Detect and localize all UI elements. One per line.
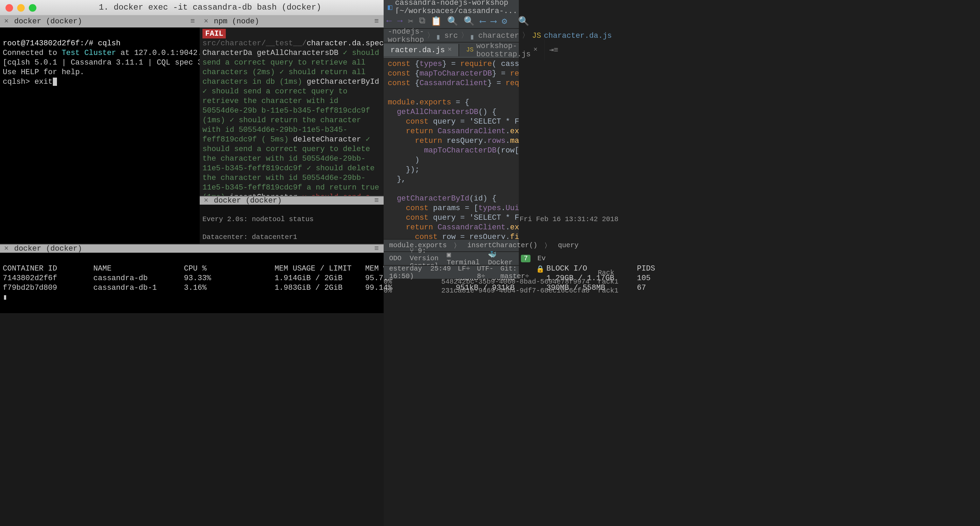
badge-count[interactable]: 7 [521,255,530,262]
tab-menu-icon[interactable]: ⇥≡ [545,45,562,54]
ide-statusbar: esterday 16:50) 25:49 LF÷ UTF-8÷ Git: ma… [383,265,519,279]
search-everywhere-icon[interactable]: 🔍 [518,16,529,26]
terminal-tool[interactable]: ▣ Terminal [447,251,480,266]
ide-toolbar[interactable]: ← → ✂ ⧉ 📋 🔍 🔍 ⟵ ⟶ ⚙ 🔍 [383,14,519,29]
back-icon[interactable]: ← [387,16,392,26]
copy-icon[interactable]: ⧉ [419,16,425,26]
pane-tab-label: npm (node) [214,17,259,26]
tab-character-da[interactable]: racter.da.js× [383,44,459,56]
menu-icon[interactable]: ≡ [374,196,380,205]
cqlsh-terminal[interactable]: root@7143802d2f6f:/# cqlsh Connected to … [0,27,200,251]
window-title: 1. docker exec -it cassandra-db bash (do… [42,3,378,12]
ide-titlebar: ◧ cassandra-nodejs-workshop [~/workspace… [383,0,519,14]
settings-icon[interactable]: ⚙ [502,16,507,26]
replace-icon[interactable]: 🔍 [464,16,474,26]
pane-tab-docker-left[interactable]: × docker (docker) ≡ [0,15,200,27]
docker-stats[interactable]: CONTAINER ID NAME CPU % MEM USAGE / LIMI… [0,253,383,313]
js-file-icon: JS [466,46,474,53]
line-sep[interactable]: LF÷ [458,265,470,280]
menu-icon[interactable]: ≡ [191,17,196,26]
close-icon[interactable] [5,4,13,11]
ide-toolwindow-bar[interactable]: ODO ⑂ 9: Version Control ▣ Terminal 🐳 Do… [383,251,519,265]
pane-tab-docker-bottom[interactable]: × docker (docker) ≡ [0,244,383,253]
close-icon[interactable]: × [204,196,208,205]
ide-app-icon: ◧ [388,2,392,11]
fwd-nav-icon[interactable]: ⟶ [491,16,496,26]
folder-icon: ▖ [471,31,476,40]
minimize-icon[interactable] [17,4,25,11]
menu-icon[interactable]: ≡ [374,244,380,253]
pane-tab-npm[interactable]: × npm (node) ≡ [200,15,383,27]
code-editor[interactable]: const {types} = require( cassandra-drive… [383,58,519,239]
close-icon[interactable]: × [4,17,9,26]
test-output[interactable]: FAIL src/character/__test__/character.da… [200,27,383,196]
close-icon[interactable]: × [204,17,208,26]
editor-tabs[interactable]: racter.da.js× JS workshop-bootstrap.js× … [383,43,519,58]
forward-icon[interactable]: → [397,16,403,26]
back-nav-icon[interactable]: ⟵ [480,16,485,26]
search-icon[interactable]: 🔍 [447,16,458,26]
traffic-lights[interactable] [5,4,37,11]
pane-tab-nodetool[interactable]: × docker (docker) ≡ [200,196,383,205]
caret-pos[interactable]: 25:49 [430,265,451,280]
ide-title: cassandra-nodejs-workshop [~/workspaces/… [395,0,517,15]
docker-tool[interactable]: 🐳 Docker [488,251,513,266]
folder-icon: ▖ [437,31,442,40]
pane-tab-label: docker (docker) [14,17,82,26]
close-icon[interactable]: × [447,46,452,54]
breadcrumb-project[interactable]: -nodejs-workshop [388,27,424,44]
pane-tab-label: docker (docker) [214,196,282,205]
tab-workshop-bootstrap[interactable]: JS workshop-bootstrap.js× [459,40,545,60]
macos-titlebar: 1. docker exec -it cassandra-db bash (do… [0,0,383,15]
cut-icon[interactable]: ✂ [408,16,414,26]
menu-icon[interactable]: ≡ [374,17,380,26]
encoding[interactable]: UTF-8÷ [477,265,493,280]
js-file-icon: JS [532,31,541,40]
git-branch[interactable]: Git: master÷ [500,265,529,280]
close-icon[interactable]: × [534,46,538,54]
pane-tab-label: docker (docker) [14,244,82,253]
fail-badge: FAIL [202,29,226,38]
maximize-icon[interactable] [29,4,37,11]
todo-tool[interactable]: ODO [389,255,401,262]
paste-icon[interactable]: 📋 [431,16,442,26]
breadcrumb-bottom[interactable]: module.exports〉 insertCharacter()〉 query [383,239,519,251]
lock-icon[interactable]: 🔒 [536,265,544,280]
close-icon[interactable]: × [4,244,9,253]
